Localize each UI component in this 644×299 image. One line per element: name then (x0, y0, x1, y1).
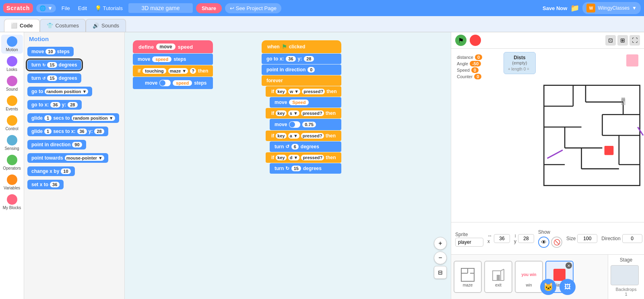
sprite-delete-button[interactable]: ✕ (566, 262, 572, 269)
sprite-label: Sprite (455, 230, 483, 247)
edit-menu[interactable]: Edit (76, 4, 89, 13)
category-sound[interactable]: Sound (1, 74, 23, 93)
define-block-group: define move speed move speed steps if to… (133, 40, 213, 89)
looks-dot (7, 56, 17, 66)
block-turn-cw[interactable]: turn ↻ 15 degrees (27, 59, 121, 71)
canvas-if-a[interactable]: if key a ▼ pressed? then (266, 131, 341, 141)
see-project-button[interactable]: ↩ See Project Page (225, 3, 281, 13)
block-change-x[interactable]: change x by 10 (27, 165, 121, 177)
add-sprite-button[interactable]: 🐱 (540, 279, 556, 295)
motion-dot (7, 36, 17, 47)
block-palette: Motion move 10 steps turn ↻ 15 degrees t… (24, 32, 125, 299)
tab-costumes[interactable]: 👕 Costumes (40, 19, 86, 32)
block-set-x[interactable]: set x to 36 (27, 179, 121, 191)
block-point-towards[interactable]: point towards mouse-pointer ▼ (27, 152, 121, 164)
file-menu[interactable]: File (59, 4, 72, 13)
define-block[interactable]: define move speed (133, 40, 213, 53)
scratch-logo: Scratch (3, 3, 33, 13)
tab-code[interactable]: ⬜ Code (4, 19, 40, 32)
tutorials-button[interactable]: 💡 Tutorials (93, 4, 125, 13)
canvas-turn-d[interactable]: turn ↻ 15 degrees (270, 163, 341, 174)
size-input[interactable] (577, 234, 597, 243)
stage-panel-title: Stage (611, 257, 642, 263)
category-events[interactable]: Events (1, 94, 23, 113)
sprite-thumb-maze[interactable]: maze (454, 261, 482, 293)
stage-thumbnail[interactable] (611, 265, 639, 285)
canvas-move-neg-speed[interactable]: move speed steps (133, 77, 213, 89)
canvas-if-touching[interactable]: if touching maze ▼ ? then (133, 65, 213, 77)
palette-title: Motion (27, 35, 121, 42)
x-coord-input[interactable] (494, 234, 510, 243)
show-hidden-button[interactable]: 🚫 (551, 237, 562, 248)
green-flag-button[interactable]: ⚑ (455, 35, 466, 46)
folder-button[interactable]: 📁 (570, 4, 579, 12)
layout-small-button[interactable]: ⊡ (605, 35, 616, 46)
sprite-thumb-exit[interactable]: exit (484, 261, 512, 293)
layout-large-button[interactable]: ⊞ (617, 35, 628, 46)
add-backdrop-button[interactable]: 🖼 (559, 279, 576, 295)
language-button[interactable]: 🌐 ▼ (36, 4, 56, 12)
user-badge: W WiingyClasses ▼ (582, 2, 641, 14)
category-variables[interactable]: Variables (1, 173, 23, 192)
category-sensing[interactable]: Sensing (1, 133, 23, 152)
zoom-reset-button[interactable]: ⊟ (434, 266, 447, 279)
canvas-goto-xy[interactable]: go to x: 36 y: 28 (262, 54, 341, 64)
category-myblocks[interactable]: My Blocks (1, 193, 23, 212)
canvas-move-speed-w[interactable]: move Speed (270, 97, 341, 108)
category-operators[interactable]: Operators (1, 153, 23, 172)
block-point-direction[interactable]: point in direction 90 (27, 139, 121, 151)
stage-controls: ⚑ ⊡ ⊞ ⛶ (451, 32, 644, 49)
y-coord-input[interactable] (518, 234, 534, 243)
zoom-out-button[interactable]: − (434, 251, 447, 264)
stop-button[interactable] (470, 35, 481, 46)
tab-sounds[interactable]: 🔊 Sounds (86, 19, 126, 32)
sprite-thumb-win[interactable]: you win win (515, 261, 543, 293)
category-events-label: Events (6, 107, 18, 111)
when-flag-block[interactable]: when ⚑ clicked (262, 40, 341, 53)
var-row-counter: Counter 0 (457, 74, 482, 79)
project-name-input[interactable] (128, 3, 193, 13)
category-motion[interactable]: Motion (1, 35, 23, 54)
show-visible-button[interactable]: 👁 (538, 237, 549, 248)
category-control[interactable]: Control (1, 114, 23, 133)
tab-bar: ⬜ Code 👕 Costumes 🔊 Sounds (0, 16, 644, 32)
sprites-panel: maze exit (451, 255, 608, 299)
canvas-turn-a[interactable]: turn ↺ 6 degrees (270, 141, 341, 152)
costumes-icon: 👕 (47, 23, 53, 29)
canvas-point-dir[interactable]: point in direction 0 (262, 64, 341, 75)
maze-display: ≡ ||| (540, 49, 644, 222)
user-dropdown-icon: ▼ (632, 5, 637, 11)
block-turn-ccw[interactable]: turn ↺ 15 degrees (27, 72, 121, 84)
direction-input[interactable] (622, 234, 642, 243)
avatar: W (586, 4, 595, 12)
block-glide-random[interactable]: glide 1 secs to random position ▼ (27, 112, 121, 124)
block-glide-xy[interactable]: glide 1 secs to x: 36 y: 28 (27, 125, 121, 137)
canvas-move-speed[interactable]: move speed steps (133, 54, 213, 65)
block-categories: Motion Looks Sound Events Control Sensin… (0, 32, 24, 299)
canvas-move-neg-s[interactable]: move 0.75 (270, 119, 341, 130)
canvas-if-s[interactable]: if key s ▼ pressed? then (266, 108, 341, 118)
var-row-speed: Speed 0 (457, 67, 482, 73)
share-button[interactable]: Share (196, 3, 222, 13)
zoom-in-button[interactable]: + (434, 237, 447, 250)
category-looks[interactable]: Looks (1, 54, 23, 73)
canvas-if-d[interactable]: if key d ▼ pressed? then (266, 152, 341, 163)
code-canvas[interactable]: define move speed move speed steps if to… (125, 32, 451, 299)
block-goto-random[interactable]: go to random position ▼ (27, 85, 121, 98)
block-goto-xy[interactable]: go to x: 36 y: 28 (27, 99, 121, 111)
svg-text:|||: ||| (621, 99, 625, 105)
block-move[interactable]: move 10 steps (27, 46, 121, 58)
layout-fullscreen-button[interactable]: ⛶ (630, 35, 640, 46)
category-operators-label: Operators (3, 166, 21, 170)
canvas-forever[interactable]: forever (262, 75, 341, 86)
stage-layout-buttons: ⊡ ⊞ ⛶ (605, 35, 640, 46)
variables-panel: distance 0 Angle -50 Speed 0 Counter 0 (454, 52, 485, 82)
save-now-button[interactable]: Save Now (543, 5, 567, 11)
category-sound-label: Sound (6, 87, 18, 91)
stage-area: ⚑ ⊡ ⊞ ⛶ distance 0 Angle -50 S (451, 32, 644, 299)
sprite-name-input[interactable] (455, 238, 483, 247)
sounds-icon: 🔊 (93, 23, 99, 29)
var-row-distance: distance 0 (457, 54, 482, 60)
size-group: Size (566, 234, 597, 243)
canvas-if-w[interactable]: if key w ▼ pressed? then (266, 86, 341, 97)
